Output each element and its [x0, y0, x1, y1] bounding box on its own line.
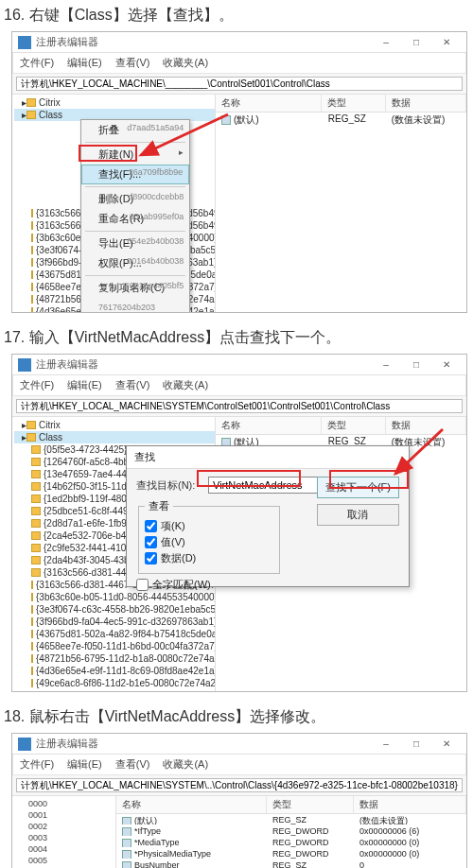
tree-label: 0002	[28, 822, 47, 831]
cancel-button[interactable]: 取消	[317, 504, 399, 526]
col-data[interactable]: 数据	[354, 796, 466, 813]
tree-label: 0003	[28, 833, 47, 842]
minimize-button[interactable]: –	[372, 736, 400, 753]
tree-item[interactable]: {3f966bd9-fa04-4ec5-991c-d32697863ab1}	[14, 616, 215, 628]
menu-item[interactable]: 重命名(R)631ab995ef0a	[81, 209, 189, 229]
tree-item[interactable]: {4d36e65e4-e9f-11d1-8c69-08fd8ae42e1a}	[14, 665, 215, 677]
list-row[interactable]: (默认) REG_SZ (数值未设置)	[216, 113, 466, 128]
menu-edit[interactable]: 编辑(E)	[67, 757, 102, 772]
minimize-button[interactable]: –	[372, 34, 400, 51]
menu-fav[interactable]: 收藏夹(A)	[163, 757, 208, 772]
menu-edit[interactable]: 编辑(E)	[67, 378, 102, 392]
col-name[interactable]: 名称	[216, 95, 322, 112]
regedit-window-18: 注册表编辑器 – □ ✕ 文件(F) 编辑(E) 查看(V) 收藏夹(A) 00…	[11, 733, 467, 868]
tree-label: {13e47659-7ae4-441}	[44, 469, 135, 479]
folder-icon	[31, 568, 41, 577]
menu-edit[interactable]: 编辑(E)	[67, 56, 102, 70]
tree-item[interactable]: {4d36e965-e325-11ce-bfc1-08002be10318}	[14, 689, 215, 691]
tree-item[interactable]: 0000	[14, 798, 115, 809]
col-type[interactable]: 类型	[322, 95, 385, 112]
value-name: *PhysicalMediaType	[134, 849, 211, 859]
folder-icon	[31, 654, 33, 663]
minimize-button[interactable]: –	[372, 356, 400, 373]
list-row[interactable]: *IfTypeREG_DWORD0x00000006 (6)	[116, 825, 466, 837]
menu-file[interactable]: 文件(F)	[20, 56, 54, 70]
col-name[interactable]: 名称	[216, 417, 322, 434]
chk-whole-box[interactable]	[136, 579, 149, 591]
address-input[interactable]	[16, 778, 463, 792]
chk-data-box[interactable]	[145, 552, 157, 564]
list-pane[interactable]: 名称 类型 数据 (默认)REG_SZ(数值未设置)*IfTypeREG_DWO…	[116, 796, 466, 868]
tree-item[interactable]: 0004	[14, 843, 115, 855]
chk-data[interactable]: 数据(D)	[145, 551, 273, 565]
tree-item[interactable]: ▸ Class	[14, 431, 215, 443]
tree-item[interactable]: {4658ee7e-f050-11d1-b6bd-00c04fa372a7}	[14, 640, 215, 652]
close-button[interactable]: ✕	[432, 736, 461, 753]
maximize-button[interactable]: □	[402, 34, 430, 51]
menu-item[interactable]: 查找(F)...26a709fb8b9e	[81, 165, 189, 184]
menu-view[interactable]: 查看(V)	[115, 757, 150, 772]
tree-item[interactable]: {3e3f0674-c63c-4558-bb26-9820e1eba5c5}	[14, 603, 215, 616]
step17-heading: 17. 输入【VirtNetMacAddress】点击查找下一个。	[0, 322, 473, 352]
menu-view[interactable]: 查看(V)	[115, 378, 150, 392]
value-type: REG_SZ	[267, 860, 354, 868]
chk-key[interactable]: 项(K)	[145, 519, 273, 533]
menu-item[interactable]: 权限(P)...00164b40b038	[81, 253, 189, 273]
tree-pane[interactable]: 0000000100020003000400050006000700080009…	[12, 796, 116, 868]
tree-label: {25dbce51-6c8f-449}	[44, 506, 131, 516]
body-split: ▸ Citrix▸ Class {3163c566-d381-4467-87bc…	[12, 95, 466, 312]
menu-item[interactable]: 折叠d7aad51a5a94	[81, 120, 189, 140]
menu-item-hint: 76176204b203	[98, 303, 155, 312]
col-data[interactable]: 数据	[386, 417, 466, 434]
value-type: REG_DWORD	[267, 826, 354, 836]
find-dialog[interactable]: 查找 查找目标(N): 查看 项(K) 值(V) 数据(D) 全字匹配(W) 查…	[126, 445, 410, 587]
tree-item[interactable]: ▸ Citrix	[14, 96, 215, 109]
tree-item[interactable]: 0005	[14, 855, 115, 866]
tree-item[interactable]: 0002	[14, 821, 115, 832]
menu-file[interactable]: 文件(F)	[20, 757, 54, 772]
folder-icon	[20, 857, 28, 864]
value-type: REG_DWORD	[267, 838, 354, 847]
list-row[interactable]: BusNumberREG_SZ0	[116, 859, 466, 868]
list-row[interactable]: *MediaTypeREG_DWORD0x00000000 (0)	[116, 837, 466, 848]
menu-fav[interactable]: 收藏夹(A)	[163, 378, 208, 392]
context-menu[interactable]: 折叠d7aad51a5a94新建(N)查找(F)...26a709fb8b9e删…	[80, 119, 190, 312]
menu-item[interactable]: 删除(D)d8900cdcebb8	[81, 189, 189, 209]
col-type[interactable]: 类型	[322, 417, 385, 434]
menu-file[interactable]: 文件(F)	[20, 378, 54, 392]
address-input[interactable]	[16, 399, 463, 413]
chk-whole[interactable]: 全字匹配(W)	[136, 578, 399, 592]
menu-item[interactable]: 导出(E)654e2b40b038	[81, 234, 189, 253]
menu-item-new[interactable]: 新建(N)	[81, 145, 189, 165]
list-pane[interactable]: 名称 类型 数据 (默认) REG_SZ (数值未设置)	[216, 95, 466, 312]
menu-fav[interactable]: 收藏夹(A)	[163, 56, 208, 70]
value-data: 0x00000000 (0)	[354, 849, 466, 859]
address-input[interactable]	[16, 77, 463, 91]
close-button[interactable]: ✕	[432, 356, 461, 373]
tree-item[interactable]: 0003	[14, 832, 115, 843]
list-row[interactable]: *PhysicalMediaTypeREG_DWORD0x00000000 (0…	[116, 848, 466, 859]
chk-data-label: 数据(D)	[161, 551, 196, 565]
tree-label: 0001	[28, 810, 47, 820]
maximize-button[interactable]: □	[402, 356, 430, 373]
col-type[interactable]: 类型	[267, 796, 354, 813]
menu-item[interactable]: 76176204b203	[81, 298, 189, 312]
tree-item[interactable]: {48721b56-6795-11d2-b1a8-0080c72e74a2}	[14, 652, 215, 665]
tree-item[interactable]: 0001	[14, 809, 115, 821]
tree-label: {2da4b43f-3045-43b5}	[44, 555, 138, 565]
col-data[interactable]: 数据	[386, 95, 466, 112]
menu-item[interactable]: 复制项名称(C)6016e4405bf5	[81, 278, 189, 298]
chk-value[interactable]: 值(V)	[145, 535, 273, 549]
list-row[interactable]: (默认)REG_SZ(数值未设置)	[116, 814, 466, 825]
folder-icon	[31, 221, 33, 230]
maximize-button[interactable]: □	[402, 736, 430, 753]
find-next-button[interactable]: 查找下一个(F)	[317, 477, 399, 498]
chk-key-box[interactable]	[145, 520, 157, 532]
menu-view[interactable]: 查看(V)	[115, 56, 150, 70]
close-button[interactable]: ✕	[432, 34, 461, 51]
col-name[interactable]: 名称	[116, 796, 267, 813]
tree-item[interactable]: {49ce6ac8-6f86-11d2-b1e5-0080c72e74a2}	[14, 677, 215, 689]
chk-value-box[interactable]	[145, 536, 157, 548]
tree-item[interactable]: ▸ Citrix	[14, 419, 215, 431]
tree-item[interactable]: {43675d81-502a-4a82-9f84-b75418c5de0a}	[14, 628, 215, 640]
